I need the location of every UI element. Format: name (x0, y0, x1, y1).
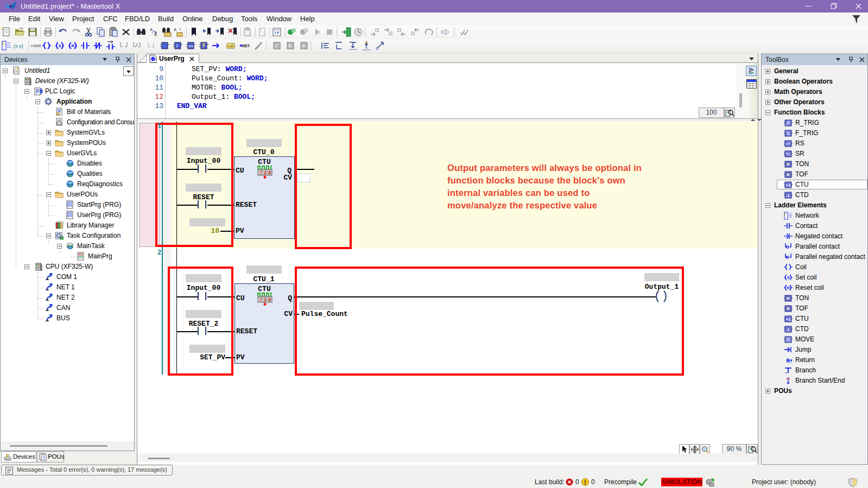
svg-text:7: 7 (259, 170, 262, 176)
svg-text:S: S (787, 275, 790, 280)
svg-text:-1: -1 (786, 193, 790, 198)
svg-text:A: A (150, 27, 153, 32)
svg-text:8: 8 (268, 297, 271, 303)
svg-text:-S: -S (301, 44, 305, 48)
svg-text:R: R (787, 286, 790, 290)
svg-text:LIO: LIO (228, 45, 233, 48)
svg-text:+1: +1 (786, 183, 791, 188)
svg-text:RET: RET (787, 360, 793, 363)
svg-text:R: R (72, 43, 75, 48)
svg-text:S: S (59, 43, 62, 48)
svg-text:+1: +1 (786, 317, 791, 322)
svg-text:EN: EN (189, 45, 193, 48)
svg-text:=VAR: =VAR (30, 43, 41, 48)
svg-text:8: 8 (268, 170, 271, 176)
svg-text:2: 2 (264, 170, 267, 176)
svg-text:N: N (288, 44, 291, 48)
svg-text:A: A (174, 27, 177, 32)
svg-text:-1: -1 (786, 327, 790, 332)
svg-text:(x x): (x x) (14, 43, 23, 49)
svg-text:2: 2 (264, 297, 267, 303)
svg-text:RET: RET (242, 43, 250, 48)
svg-text:2: 2 (176, 44, 178, 48)
svg-text:7: 7 (259, 297, 262, 303)
